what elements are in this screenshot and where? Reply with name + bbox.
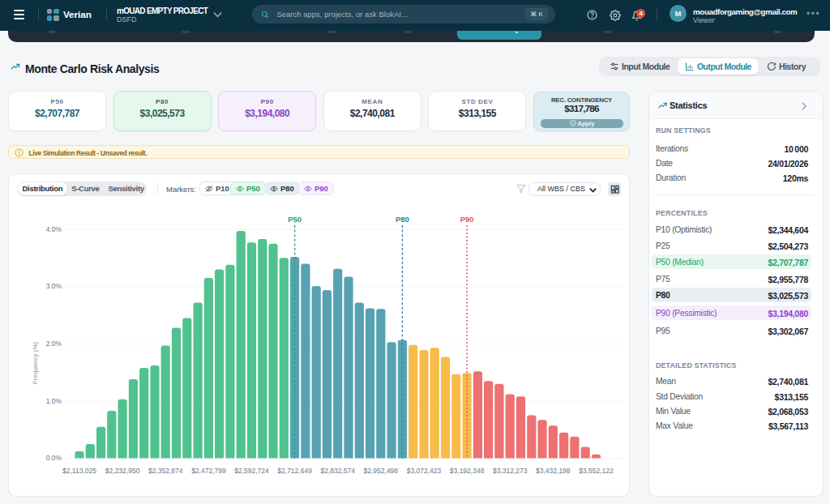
svg-text:2.0%: 2.0% [46, 340, 62, 348]
svg-text:$2,712,649: $2,712,649 [277, 467, 312, 475]
svg-text:3.0%: 3.0% [46, 282, 62, 290]
svg-text:1.0%: 1.0% [46, 397, 62, 405]
svg-text:$2,472,799: $2,472,799 [191, 467, 226, 475]
svg-text:Frequency (%): Frequency (%) [32, 341, 39, 384]
svg-text:$2,352,874: $2,352,874 [148, 467, 183, 475]
svg-text:4.0%: 4.0% [46, 225, 62, 233]
svg-text:P80: P80 [396, 215, 409, 224]
svg-text:$3,072,423: $3,072,423 [407, 467, 442, 475]
svg-text:$2,832,574: $2,832,574 [320, 467, 355, 475]
svg-text:P50: P50 [288, 215, 302, 224]
svg-text:P90: P90 [460, 215, 474, 224]
svg-text:$2,232,950: $2,232,950 [105, 467, 140, 475]
svg-text:$3,192,348: $3,192,348 [450, 467, 485, 475]
svg-text:$3,432,198: $3,432,198 [536, 467, 571, 475]
svg-text:$2,113,025: $2,113,025 [62, 467, 96, 475]
svg-text:$2,592,724: $2,592,724 [234, 467, 269, 475]
svg-text:0.0%: 0.0% [46, 454, 62, 462]
svg-text:$3,552,122: $3,552,122 [579, 467, 614, 475]
svg-text:$2,952,498: $2,952,498 [364, 467, 399, 475]
svg-text:$3,312,273: $3,312,273 [493, 467, 528, 475]
